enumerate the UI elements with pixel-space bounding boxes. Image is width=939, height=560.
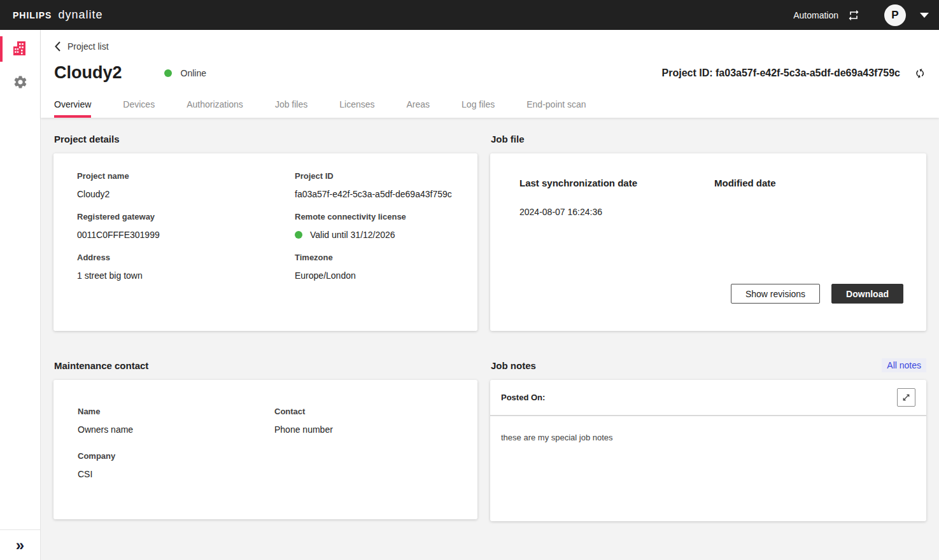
status-badge: Online: [164, 68, 206, 78]
field-value: fa03a57f-e42f-5c3a-a5df-de69a43f759c: [295, 189, 471, 199]
field-label: Registered gateway: [77, 212, 295, 221]
license-valid-dot: [295, 231, 302, 239]
right-column: Job file Last synchronization date 2024-…: [490, 130, 926, 560]
tab-bar: Overview Devices Authorizations Job file…: [54, 99, 926, 118]
tab-areas[interactable]: Areas: [407, 99, 430, 118]
expand-icon: [901, 393, 911, 402]
field-value: CSI: [78, 469, 274, 479]
maintenance-contact-card: Name Owners name Contact Phone number Co…: [53, 380, 477, 519]
avatar[interactable]: P: [884, 4, 906, 26]
left-column: Project details Project name Cloudy2 Pro…: [53, 130, 477, 560]
page-title: Cloudy2: [54, 63, 122, 83]
project-details-card: Project name Cloudy2 Project ID fa03a57f…: [53, 153, 477, 331]
field-company: Company CSI: [78, 451, 274, 479]
show-revisions-button[interactable]: Show revisions: [731, 284, 820, 304]
job-file-title: Job file: [491, 134, 525, 144]
content-area: Project details Project name Cloudy2 Pro…: [41, 118, 939, 560]
topbar: PHILIPS dynalite Automation P: [0, 0, 939, 30]
sidebar-item-settings[interactable]: [0, 68, 40, 96]
all-notes-link[interactable]: All notes: [882, 358, 926, 372]
repeat-icon[interactable]: [847, 9, 860, 22]
breadcrumb[interactable]: Project list: [54, 41, 109, 52]
sidebar-footer: »: [0, 529, 40, 560]
field-value: Valid until 31/12/2026: [295, 230, 471, 240]
field-modified-date: Modified date: [714, 178, 926, 217]
field-value: Phone number: [274, 424, 471, 435]
license-value: Valid until 31/12/2026: [310, 230, 395, 240]
job-notes-header: Posted On:: [490, 380, 926, 416]
field-value: 0011C0FFFE301999: [77, 230, 295, 240]
field-label: Timezone: [295, 253, 471, 262]
tab-devices[interactable]: Devices: [123, 99, 155, 118]
tab-overview[interactable]: Overview: [54, 99, 91, 118]
field-value: Owners name: [78, 424, 274, 435]
tab-authorizations[interactable]: Authorizations: [187, 99, 243, 118]
download-button[interactable]: Download: [831, 284, 903, 304]
refresh-icon[interactable]: [914, 67, 926, 79]
field-contact: Contact Phone number: [274, 407, 471, 435]
chevron-left-icon: [54, 41, 61, 52]
last-sync-value: 2024-08-07 16:24:36: [519, 207, 714, 217]
posted-on-label: Posted On:: [501, 393, 545, 402]
buildings-icon: [11, 41, 29, 57]
field-name: Name Owners name: [78, 407, 274, 435]
field-registered-gateway: Registered gateway 0011C0FFFE301999: [77, 212, 295, 240]
field-last-sync: Last synchronization date 2024-08-07 16:…: [519, 178, 714, 217]
job-notes-text: these are my special job notes: [490, 416, 926, 459]
automation-label: Automation: [793, 10, 838, 20]
maintenance-contact-title: Maintenance contact: [54, 360, 148, 371]
field-value: Cloudy2: [77, 189, 295, 199]
field-timezone: Timezone Europe/London: [295, 253, 471, 281]
field-label: Name: [78, 407, 274, 416]
job-notes-card: Posted On: these are my special job note…: [490, 380, 926, 521]
field-project-id: Project ID fa03a57f-e42f-5c3a-a5df-de69a…: [295, 171, 471, 199]
field-label: Address: [77, 253, 295, 262]
tab-log-files[interactable]: Log files: [462, 99, 495, 118]
field-label: Company: [78, 451, 274, 461]
field-label: Remote connectivity license: [295, 212, 471, 221]
job-notes-title: Job notes: [491, 360, 536, 371]
expand-sidebar-button[interactable]: »: [16, 538, 24, 553]
job-file-card: Last synchronization date 2024-08-07 16:…: [490, 153, 926, 331]
project-id-label: Project ID: fa03a57f-e42f-5c3a-a5df-de69…: [662, 67, 900, 79]
expand-notes-button[interactable]: [897, 388, 915, 407]
online-label: Online: [181, 68, 206, 78]
field-value: 1 street big town: [77, 270, 295, 281]
page-header: Project list Cloudy2 Online Project ID: …: [41, 30, 939, 118]
breadcrumb-label: Project list: [67, 41, 109, 52]
online-dot: [164, 69, 172, 77]
philips-dynalite-logo: PHILIPS dynalite: [13, 8, 103, 22]
field-label: Contact: [274, 407, 471, 416]
last-sync-label: Last synchronization date: [519, 178, 714, 188]
sidebar: »: [0, 30, 41, 560]
tab-licenses[interactable]: Licenses: [339, 99, 374, 118]
tab-end-point-scan[interactable]: End-point scan: [526, 99, 586, 118]
field-value: Europe/London: [295, 270, 471, 281]
dynalite-wordmark: dynalite: [58, 8, 102, 22]
field-label: Project ID: [295, 171, 471, 181]
sidebar-item-projects[interactable]: [0, 35, 40, 63]
field-address: Address 1 street big town: [77, 253, 295, 281]
modified-date-label: Modified date: [714, 178, 926, 188]
tab-job-files[interactable]: Job files: [275, 99, 307, 118]
project-details-title: Project details: [54, 134, 120, 144]
field-project-name: Project name Cloudy2: [77, 171, 295, 199]
field-remote-connectivity-license: Remote connectivity license Valid until …: [295, 212, 471, 240]
gear-icon: [13, 74, 28, 90]
philips-wordmark: PHILIPS: [13, 10, 52, 20]
chevron-down-icon[interactable]: [920, 13, 929, 18]
field-label: Project name: [77, 171, 295, 181]
